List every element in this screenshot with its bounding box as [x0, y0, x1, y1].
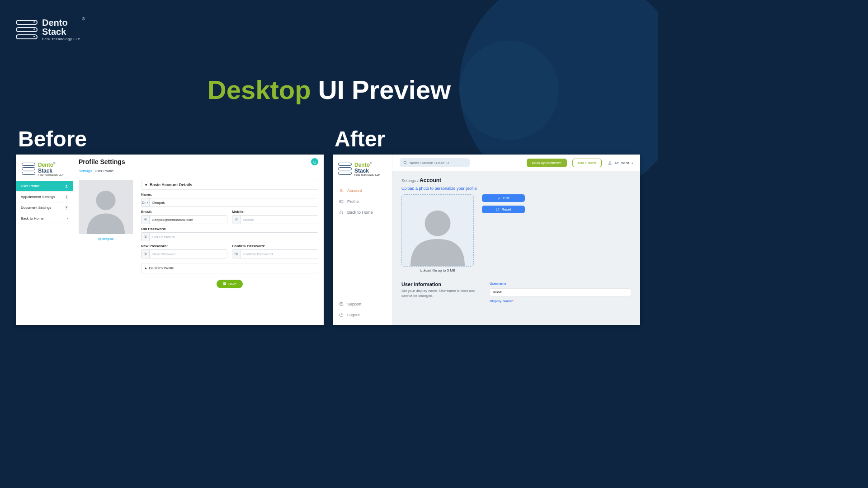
username-field[interactable] [490, 288, 631, 296]
key-icon: ⚿ [142, 250, 150, 258]
svg-rect-5 [340, 200, 343, 203]
nav-appointment-settings[interactable]: Appointment Settings [16, 192, 73, 202]
accordion-dentist[interactable]: ▸ Dentist's Profile [141, 263, 318, 273]
label-after: After [335, 127, 385, 151]
newpwd-label: New Password: [141, 244, 227, 248]
key-icon: ⚿ [142, 233, 150, 241]
mail-icon: ✉ [142, 216, 150, 224]
search-input[interactable]: Name / Mobile / Case ID [400, 158, 470, 167]
confpwd-input[interactable]: ⚿ [232, 249, 318, 258]
mobile-label: Mobile: [232, 210, 318, 214]
email-label: Email: [141, 210, 227, 214]
name-input[interactable]: Dr. [141, 198, 318, 207]
svg-point-6 [340, 201, 341, 202]
page-title: Profile Settings [79, 158, 125, 165]
userinfo-desc: Set your display name. Username is fixed… [401, 288, 476, 298]
brand-logo: Dento® Stack FeSi Technology LLP [16, 18, 80, 41]
before-panel: Dento® Stack FeSi Technology LLP User Pr… [16, 155, 324, 325]
reset-icon [496, 208, 500, 211]
name-field[interactable] [150, 198, 318, 206]
add-patient-button[interactable]: Add Patient [572, 159, 602, 167]
phone-icon: ✆ [232, 216, 241, 224]
nav-document-settings[interactable]: Document Settings [16, 202, 73, 213]
search-icon [403, 161, 407, 165]
newpwd-field[interactable] [150, 250, 227, 258]
confpwd-label: Confirm Password: [232, 244, 318, 248]
svg-point-1 [66, 197, 67, 197]
upload-caption: Upload file up to 5 MB [401, 268, 474, 272]
edit-button[interactable]: Edit [482, 194, 525, 202]
pencil-icon [497, 197, 501, 200]
page-headline: Desktop UI Preview [0, 75, 658, 105]
home-icon [339, 210, 344, 215]
before-logo: Dento® Stack FeSi Technology LLP [16, 155, 73, 181]
nav-user-profile[interactable]: User Profile [16, 181, 73, 192]
nav-back-home[interactable]: Back to Home [333, 207, 392, 218]
gear-icon [65, 206, 68, 210]
oldpwd-field[interactable] [150, 233, 318, 241]
svg-point-4 [340, 189, 342, 191]
name-label: Name: [141, 192, 318, 197]
confpwd-field[interactable] [241, 250, 318, 258]
key-icon: ⚿ [232, 250, 241, 258]
oldpwd-label: Old Password: [141, 227, 318, 231]
upload-hint: Upload a photo to personalize your profi… [401, 186, 631, 191]
breadcrumb: Settings / Account [401, 177, 631, 183]
help-icon [339, 302, 344, 306]
email-field[interactable] [150, 216, 227, 224]
svg-point-8 [404, 161, 406, 164]
prefix-select[interactable]: Dr. [142, 198, 150, 206]
email-input[interactable]: ✉ [141, 215, 227, 224]
user-icon [65, 184, 68, 188]
reset-button[interactable]: Reset [482, 206, 525, 213]
save-button[interactable]: 🖫 Save [217, 280, 243, 288]
after-logo: Dento® Stack FeSi Technology LLP [333, 155, 392, 181]
save-icon: 🖫 [223, 282, 226, 286]
help-icon[interactable]: ☺ [311, 158, 318, 165]
nav-support[interactable]: Support [333, 299, 392, 310]
svg-point-3 [96, 191, 115, 210]
oldpwd-input[interactable]: ⚿ [141, 232, 318, 241]
avatar-icon [607, 160, 613, 165]
displayname-label: Display Name* [490, 299, 631, 303]
nav-account[interactable]: Account [333, 185, 392, 196]
svg-point-0 [66, 185, 67, 186]
user-menu[interactable]: Dr. Mohit ▾ [607, 160, 633, 165]
chevron-left-icon: ‹ [67, 216, 68, 221]
svg-point-2 [66, 207, 67, 208]
accordion-basic[interactable]: ▾ Basic Account Details [141, 180, 318, 190]
user-icon [339, 188, 344, 193]
caret-down-icon: ▾ [145, 183, 147, 187]
chevron-down-icon: ▾ [632, 161, 633, 164]
nav-back-home[interactable]: Back to Home ‹ [16, 213, 73, 224]
svg-point-9 [609, 161, 611, 163]
username-label: Username [490, 282, 631, 286]
mobile-field[interactable] [241, 216, 318, 224]
nav-profile[interactable]: Profile [333, 196, 392, 207]
upload-dropzone[interactable] [401, 194, 474, 267]
avatar [79, 180, 133, 234]
mobile-input[interactable]: ✆ [232, 215, 318, 224]
caret-right-icon: ▸ [145, 266, 147, 270]
power-icon [339, 313, 344, 317]
newpwd-input[interactable]: ⚿ [141, 249, 227, 258]
nav-logout[interactable]: Logout [333, 310, 392, 320]
userinfo-title: User information [401, 282, 476, 287]
breadcrumb: Settings User Profile [73, 168, 324, 176]
gear-icon [65, 195, 68, 199]
avatar-username: @deepak [79, 237, 133, 241]
book-appointment-button[interactable]: Book Appointment [527, 159, 567, 167]
label-before: Before [18, 127, 87, 151]
svg-point-10 [425, 211, 451, 236]
id-icon [339, 199, 344, 204]
after-panel: Dento® Stack FeSi Technology LLP Account… [333, 155, 640, 325]
